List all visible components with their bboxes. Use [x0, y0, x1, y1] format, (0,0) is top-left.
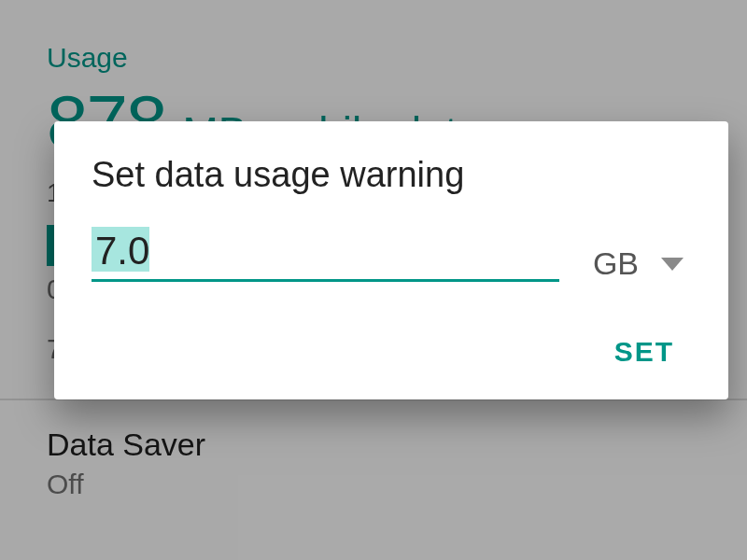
chevron-down-icon: [661, 258, 684, 271]
unit-dropdown[interactable]: GB: [593, 245, 691, 282]
warning-value-text[interactable]: 7.0: [92, 227, 559, 282]
dialog-title: Set data usage warning: [92, 155, 691, 195]
data-warning-dialog: Set data usage warning 7.0 GB SET: [54, 121, 728, 399]
warning-value-input[interactable]: 7.0: [92, 227, 559, 282]
set-button[interactable]: SET: [598, 327, 691, 377]
unit-selected-label: GB: [593, 245, 639, 282]
